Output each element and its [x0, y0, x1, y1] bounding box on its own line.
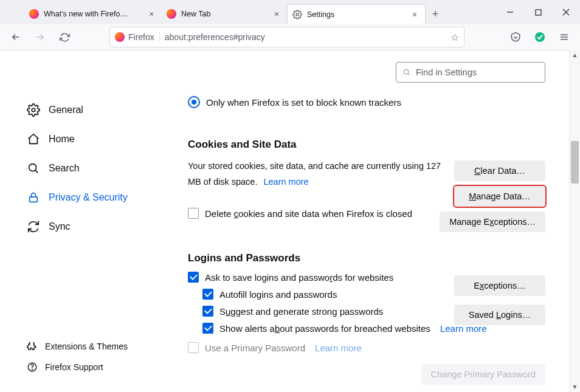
- radio-checked-icon: [188, 96, 200, 108]
- svg-point-10: [29, 164, 36, 171]
- clear-data-button[interactable]: Clear Data…: [454, 160, 545, 181]
- find-in-settings[interactable]: Find in Settings: [396, 62, 545, 83]
- svg-rect-2: [536, 10, 541, 15]
- win-close-button[interactable]: [552, 0, 580, 24]
- primary-learn-more-link[interactable]: Learn more: [315, 343, 362, 353]
- sidebar-label: Firefox Support: [45, 362, 103, 372]
- svg-point-14: [32, 369, 33, 370]
- checkbox-label: Autofill logins and passwords: [219, 289, 337, 300]
- sidebar-label: Home: [49, 134, 75, 145]
- url-text: about:preferences#privacy: [165, 32, 446, 42]
- close-icon[interactable]: ×: [409, 10, 420, 19]
- svg-point-0: [296, 13, 299, 16]
- gear-icon: [292, 10, 302, 19]
- manage-data-button[interactable]: Manage Data…: [454, 186, 545, 207]
- scrollbar-vertical[interactable]: ▲ ▼: [569, 50, 580, 392]
- svg-line-11: [35, 170, 38, 173]
- checkbox-checked-icon: [202, 306, 213, 317]
- home-icon: [27, 132, 40, 146]
- gear-icon: [27, 103, 40, 117]
- settings-main: Find in Settings Only when Firefox is se…: [176, 50, 570, 392]
- checkbox-unchecked-icon: [188, 208, 199, 219]
- extension-icon[interactable]: [530, 27, 550, 47]
- sidebar-support[interactable]: Firefox Support: [27, 357, 128, 377]
- svg-point-15: [404, 69, 409, 74]
- identity-badge: Firefox: [115, 32, 160, 42]
- sidebar-item-general[interactable]: General: [27, 95, 176, 125]
- sidebar-item-search[interactable]: Search: [27, 154, 176, 183]
- checkbox-label: Ask to save logins and passwords for web…: [205, 272, 393, 283]
- toolbar: Firefox about:preferences#privacy ☆: [0, 24, 580, 50]
- checkbox-label: Suggest and generate strong passwords: [219, 306, 383, 317]
- sidebar-label: Privacy & Security: [49, 192, 128, 203]
- checkbox-label: Delete cookies and site data when Firefo…: [205, 208, 412, 219]
- sidebar-label: Search: [49, 163, 80, 174]
- settings-sidebar: General Home Search Privacy & Security: [0, 50, 176, 392]
- tab-label: What's new with Firefox - Mor: [44, 10, 129, 18]
- search-icon: [402, 68, 411, 77]
- sidebar-label: Sync: [49, 221, 71, 232]
- checkbox-label: Show alerts about passwords for breached…: [219, 323, 430, 334]
- manage-exceptions-button[interactable]: Manage Exceptions…: [440, 211, 545, 232]
- new-tab-button[interactable]: +: [426, 8, 445, 21]
- help-icon: [27, 362, 38, 373]
- primary-password-checkbox[interactable]: Use a Primary Password Learn more: [188, 342, 545, 353]
- app-menu-button[interactable]: [554, 27, 574, 47]
- back-button[interactable]: [6, 27, 26, 47]
- cookies-desc: Your stored cookies, site data, and cach…: [188, 158, 455, 190]
- svg-line-16: [408, 74, 410, 75]
- svg-point-5: [535, 32, 545, 42]
- scroll-down-icon[interactable]: ▼: [570, 382, 580, 392]
- firefox-icon: [29, 9, 39, 19]
- cookies-heading: Cookies and Site Data: [188, 139, 545, 151]
- checkbox-label: Use a Primary Password: [205, 343, 305, 353]
- search-icon: [27, 162, 40, 175]
- tab-label: New Tab: [181, 10, 210, 18]
- address-bar[interactable]: Firefox about:preferences#privacy ☆: [109, 27, 464, 47]
- checkbox-unchecked-icon: [188, 342, 199, 353]
- search-placeholder: Find in Settings: [416, 67, 477, 77]
- close-icon[interactable]: ×: [146, 9, 157, 19]
- titlebar: What's new with Firefox - Mor × New Tab …: [0, 0, 580, 24]
- tab-label: Settings: [307, 10, 334, 19]
- maximize-button[interactable]: [524, 0, 552, 24]
- lock-icon: [27, 191, 40, 204]
- svg-point-9: [32, 108, 35, 112]
- checkbox-checked-icon: [202, 289, 213, 300]
- firefox-icon: [167, 9, 176, 19]
- logins-exceptions-button[interactable]: Exceptions…: [454, 275, 545, 296]
- tab-whats-new[interactable]: What's new with Firefox - Mor ×: [24, 4, 162, 24]
- forward-button[interactable]: [30, 27, 50, 47]
- sync-icon: [27, 220, 40, 233]
- svg-rect-12: [30, 197, 38, 202]
- bookmark-star-icon[interactable]: ☆: [451, 32, 459, 43]
- puzzle-icon: [27, 341, 38, 352]
- tab-settings[interactable]: Settings ×: [287, 4, 426, 24]
- tab-new-tab[interactable]: New Tab ×: [162, 4, 287, 24]
- checkbox-checked-icon: [202, 323, 213, 334]
- pocket-icon[interactable]: [506, 27, 525, 47]
- sidebar-label: General: [49, 105, 83, 115]
- checkbox-checked-icon: [188, 272, 199, 283]
- sidebar-item-home[interactable]: Home: [27, 125, 176, 154]
- logins-heading: Logins and Passwords: [188, 252, 545, 264]
- radio-label: Only when Firefox is set to block known …: [206, 97, 401, 108]
- sidebar-extensions[interactable]: Extensions & Themes: [27, 336, 128, 357]
- sidebar-item-privacy[interactable]: Privacy & Security: [27, 183, 176, 212]
- reload-button[interactable]: [55, 27, 74, 47]
- sidebar-label: Extensions & Themes: [45, 342, 128, 351]
- cookies-learn-more-link[interactable]: Learn more: [263, 177, 308, 187]
- close-icon[interactable]: ×: [271, 9, 282, 19]
- sidebar-item-sync[interactable]: Sync: [27, 212, 176, 241]
- saved-logins-button[interactable]: Saved Logins…: [454, 304, 545, 325]
- scrollbar-thumb[interactable]: [571, 141, 579, 184]
- minimize-button[interactable]: [496, 0, 524, 24]
- scroll-up-icon[interactable]: ▲: [570, 50, 580, 60]
- tracking-radio-row[interactable]: Only when Firefox is set to block known …: [188, 96, 545, 108]
- change-primary-password-button[interactable]: Change Primary Password: [421, 364, 545, 385]
